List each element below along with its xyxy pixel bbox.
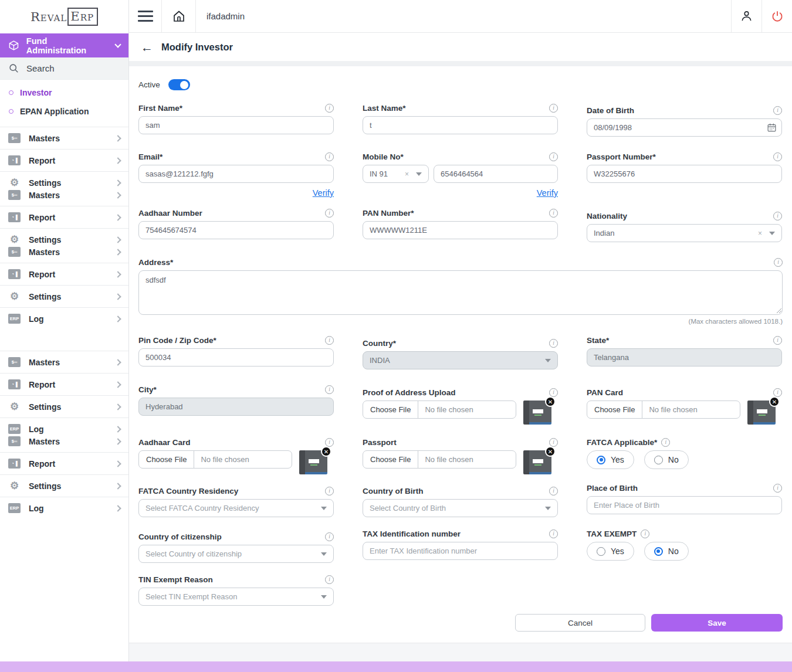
clear-icon[interactable]: × xyxy=(405,170,416,178)
nationality-value: Indian xyxy=(594,229,614,237)
sidebar-item-report[interactable]: ◔▐Report xyxy=(8,269,120,279)
remove-file-icon[interactable]: ✕ xyxy=(769,396,780,407)
active-toggle[interactable] xyxy=(168,79,190,90)
sidebar-search[interactable]: Search xyxy=(0,57,128,80)
info-icon[interactable]: i xyxy=(325,487,334,495)
sidebar-item-settings[interactable]: ⚙Settings xyxy=(8,481,120,491)
info-icon[interactable]: i xyxy=(549,530,558,538)
passport-file-input[interactable]: Choose File No file chosen xyxy=(363,450,516,469)
sidebar-item-log[interactable]: ERPLog xyxy=(8,503,120,513)
sidebar-item-masters[interactable]: $═Masters xyxy=(8,133,120,143)
info-icon[interactable]: i xyxy=(325,104,334,113)
info-icon[interactable]: i xyxy=(773,336,782,345)
info-icon[interactable]: i xyxy=(641,530,649,538)
first-name-input[interactable] xyxy=(138,116,334,134)
country-of-birth-select[interactable]: Select Country of Birth xyxy=(363,499,558,517)
choose-file-button[interactable]: Choose File xyxy=(363,451,418,468)
sidebar-module-header[interactable]: Fund Administration xyxy=(0,33,128,57)
sidebar-item-masters[interactable]: $═Masters xyxy=(8,247,120,257)
sidebar-item-report[interactable]: ◔▐Report xyxy=(8,459,120,469)
tax-id-input[interactable] xyxy=(363,542,558,560)
choose-file-button[interactable]: Choose File xyxy=(587,401,642,418)
info-icon[interactable]: i xyxy=(549,339,558,348)
save-button[interactable]: Save xyxy=(651,614,783,632)
address-textarea[interactable]: sdfsdf xyxy=(138,270,783,315)
nationality-select[interactable]: Indian × xyxy=(587,224,782,242)
sidebar-item-settings[interactable]: ⚙Settings xyxy=(8,235,120,245)
dob-input[interactable] xyxy=(587,118,782,137)
remove-file-icon[interactable]: ✕ xyxy=(321,446,331,457)
proof-of-address-file-input[interactable]: Choose File No file chosen xyxy=(363,401,516,419)
sidebar-item-settings[interactable]: ⚙Settings xyxy=(8,291,120,301)
info-icon[interactable]: i xyxy=(661,438,670,447)
info-icon[interactable]: i xyxy=(549,438,558,447)
info-icon[interactable]: i xyxy=(773,106,782,115)
sidebar-item-epan-application[interactable]: EPAN Application xyxy=(0,102,128,121)
fatca-no-radio[interactable]: No xyxy=(644,450,689,469)
info-icon[interactable]: i xyxy=(549,388,558,397)
info-icon[interactable]: i xyxy=(325,575,334,584)
info-icon[interactable]: i xyxy=(325,532,334,541)
info-icon[interactable]: i xyxy=(325,209,334,218)
calendar-icon[interactable] xyxy=(767,123,777,133)
info-icon[interactable]: i xyxy=(325,438,334,447)
pan-card-file-input[interactable]: Choose File No file chosen xyxy=(587,401,740,419)
info-icon[interactable]: i xyxy=(773,152,782,161)
info-icon[interactable]: i xyxy=(549,487,558,495)
choose-file-button[interactable]: Choose File xyxy=(363,401,418,418)
mobile-number-input[interactable] xyxy=(434,165,558,183)
remove-file-icon[interactable]: ✕ xyxy=(545,446,556,457)
info-icon[interactable]: i xyxy=(549,209,558,218)
email-verify-link[interactable]: Verify xyxy=(313,188,334,198)
pincode-input[interactable] xyxy=(138,348,334,366)
email-input[interactable] xyxy=(138,165,334,183)
info-icon[interactable]: i xyxy=(549,152,558,161)
profile-button[interactable] xyxy=(731,0,761,32)
sidebar-item-masters[interactable]: $═Masters xyxy=(8,357,120,367)
sidebar-item-investor[interactable]: Investor xyxy=(0,83,128,102)
sidebar-item-settings[interactable]: ⚙Settings xyxy=(8,178,120,188)
sidebar-item-log[interactable]: ERPLog xyxy=(8,314,120,324)
mobile-verify-link[interactable]: Verify xyxy=(537,188,558,198)
mobile-country-code-select[interactable]: IN 91 × xyxy=(363,165,429,183)
clear-icon[interactable]: × xyxy=(758,229,769,237)
place-of-birth-input[interactable] xyxy=(587,496,782,514)
pan-number-input[interactable] xyxy=(363,221,558,239)
info-icon[interactable]: i xyxy=(325,336,334,345)
sidebar-item-masters[interactable]: $═Masters xyxy=(8,436,120,446)
home-button[interactable] xyxy=(162,0,196,32)
sidebar-item-report[interactable]: ◔▐Report xyxy=(8,155,120,165)
logout-button[interactable] xyxy=(761,0,792,32)
info-icon[interactable]: i xyxy=(773,484,782,493)
aadhaar-card-file-input[interactable]: Choose File No file chosen xyxy=(138,450,292,469)
info-icon[interactable]: i xyxy=(774,258,783,267)
choose-file-button[interactable]: Choose File xyxy=(139,451,194,468)
fatca-yes-radio[interactable]: Yes xyxy=(587,450,634,469)
info-icon[interactable]: i xyxy=(325,152,334,161)
aadhaar-card-preview[interactable]: ✕ xyxy=(299,450,327,474)
last-name-input[interactable] xyxy=(363,116,558,134)
tin-reason-select[interactable]: Select TIN Exempt Reason xyxy=(138,588,334,606)
sidebar-item-masters[interactable]: $═Masters xyxy=(8,190,120,200)
info-icon[interactable]: i xyxy=(773,388,782,397)
sidebar-item-log[interactable]: ERPLog xyxy=(8,424,120,434)
aadhaar-number-input[interactable] xyxy=(138,221,334,239)
proof-of-address-preview[interactable]: ✕ xyxy=(523,401,551,425)
info-icon[interactable]: i xyxy=(773,212,782,220)
sidebar-item-report[interactable]: ◔▐Report xyxy=(8,379,120,389)
citizenship-select[interactable]: Select Country of citizenship xyxy=(138,545,334,563)
hamburger-menu-button[interactable] xyxy=(129,0,162,32)
back-button[interactable]: ← xyxy=(141,41,153,53)
cancel-button[interactable]: Cancel xyxy=(515,614,645,632)
sidebar-item-report[interactable]: ◔▐Report xyxy=(8,212,120,222)
info-icon[interactable]: i xyxy=(325,385,334,394)
tax-exempt-no-radio[interactable]: No xyxy=(644,542,689,561)
info-icon[interactable]: i xyxy=(549,104,558,113)
passport-preview[interactable]: ✕ xyxy=(523,450,551,474)
passport-number-input[interactable] xyxy=(587,165,782,183)
pan-card-preview[interactable]: ✕ xyxy=(747,401,776,425)
remove-file-icon[interactable]: ✕ xyxy=(545,396,556,407)
fatca-country-select[interactable]: Select FATCA Country Residency xyxy=(138,499,334,517)
tax-exempt-yes-radio[interactable]: Yes xyxy=(587,542,634,561)
sidebar-item-settings[interactable]: ⚙Settings xyxy=(8,402,120,412)
